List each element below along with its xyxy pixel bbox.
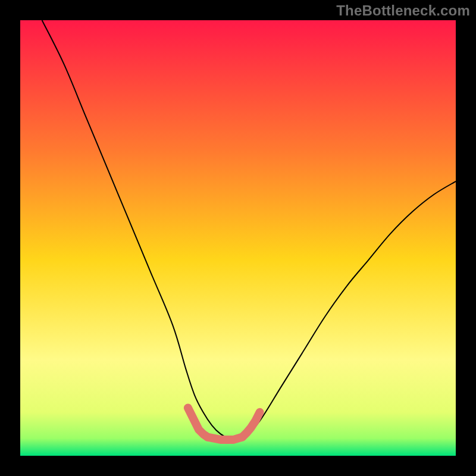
bottleneck-chart <box>20 20 456 456</box>
gradient-background <box>20 20 456 456</box>
series-highlight-optimal-bottom <box>208 437 243 440</box>
plot-area <box>20 20 456 456</box>
watermark-text: TheBottleneck.com <box>336 2 470 19</box>
chart-frame: TheBottleneck.com <box>0 0 476 476</box>
